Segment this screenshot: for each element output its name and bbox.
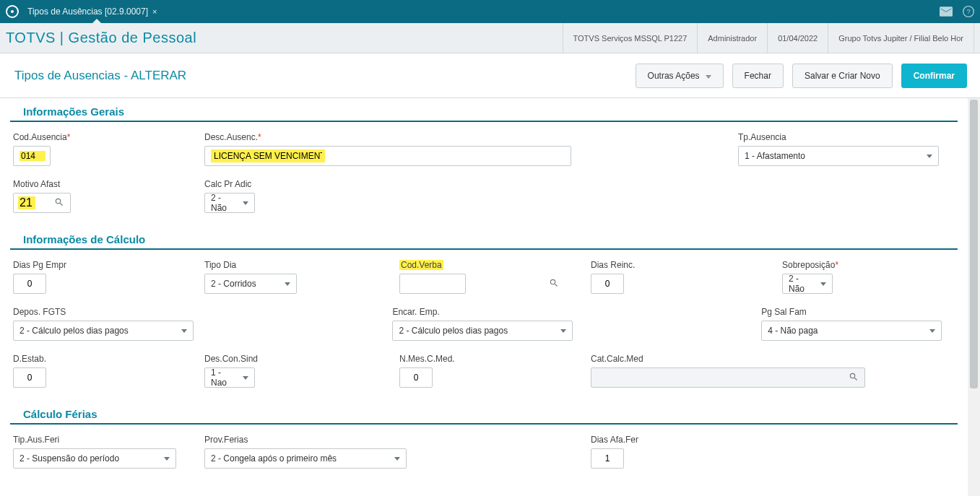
label-tip-aus-feri: Tip.Aus.Feri bbox=[13, 435, 184, 445]
sobreposicao-select[interactable]: 2 - Não bbox=[782, 274, 833, 294]
cod-verba-lookup[interactable] bbox=[399, 274, 466, 294]
brand-title: TOTVS | Gestão de Pessoal bbox=[6, 30, 196, 46]
env-info: TOTVS Serviços MSSQL P1227 bbox=[563, 23, 698, 53]
search-icon[interactable] bbox=[849, 372, 860, 383]
section-title-ferias: Cálculo Férias bbox=[10, 401, 958, 425]
svg-text:?: ? bbox=[966, 8, 970, 15]
label-dias-reinc: Dias Reinc. bbox=[591, 260, 762, 270]
dias-afa-fer-input[interactable] bbox=[591, 448, 624, 469]
label-prov-ferias: Prov.Ferias bbox=[204, 435, 571, 445]
tab-active-indicator-icon bbox=[92, 19, 101, 23]
label-cod-ausencia: Cod.Ausencia* bbox=[13, 132, 184, 142]
label-tp-ausencia: Tp.Ausencia bbox=[738, 132, 935, 142]
label-dias-pg-empr: Dias Pg Empr bbox=[13, 260, 184, 270]
window-titlebar: Tipos de Ausências [02.9.0007] × ? bbox=[0, 0, 980, 23]
title-bar: Tipos de Ausencias - ALTERAR Outras Açõe… bbox=[0, 53, 980, 98]
label-cat-calc-med: Cat.Calc.Med bbox=[591, 354, 935, 364]
encar-emp-select[interactable]: 2 - Cálculo pelos dias pagos bbox=[392, 321, 573, 341]
pg-sal-fam-select[interactable]: 4 - Não paga bbox=[761, 321, 942, 341]
label-calc-pr-adic: Calc Pr Adic bbox=[204, 179, 379, 189]
label-encar-emp: Encar. Emp. bbox=[392, 307, 556, 317]
close-tab-icon[interactable]: × bbox=[152, 7, 157, 16]
cat-calc-med-lookup[interactable] bbox=[591, 367, 865, 388]
label-sobreposicao: Sobreposição* bbox=[782, 260, 838, 270]
label-pg-sal-fam: Pg Sal Fam bbox=[761, 307, 935, 317]
label-desc-ausenc: Desc.Ausenc.* bbox=[204, 132, 718, 142]
tip-aus-feri-select[interactable]: 2 - Suspensão do período bbox=[13, 448, 176, 469]
n-mes-c-med-input[interactable] bbox=[399, 367, 433, 388]
label-tipo-dia: Tipo Dia bbox=[204, 260, 379, 270]
label-motivo-afast: Motivo Afast bbox=[13, 179, 184, 189]
search-icon[interactable] bbox=[54, 197, 66, 209]
vertical-scrollbar[interactable] bbox=[968, 98, 980, 496]
label-d-estab: D.Estab. bbox=[13, 354, 184, 364]
label-depos-fgts: Depos. FGTS bbox=[13, 307, 177, 317]
outras-acoes-button[interactable]: Outras Ações bbox=[636, 64, 724, 88]
search-icon[interactable] bbox=[549, 278, 559, 290]
help-icon[interactable]: ? bbox=[963, 6, 974, 17]
d-estab-input[interactable] bbox=[13, 367, 46, 388]
salvar-criar-novo-button[interactable]: Salvar e Criar Novo bbox=[792, 64, 893, 88]
scrollbar-thumb[interactable] bbox=[970, 100, 978, 388]
prov-ferias-select[interactable]: 2 - Congela após o primeiro mês bbox=[204, 448, 407, 469]
section-title-gerais: Informações Gerais bbox=[10, 98, 958, 122]
label-des-con-sind: Des.Con.Sind bbox=[204, 354, 379, 364]
cod-ausencia-input[interactable] bbox=[13, 146, 51, 166]
dias-reinc-input[interactable] bbox=[591, 274, 624, 294]
label-dias-afa-fer: Dias Afa.Fer bbox=[591, 435, 638, 445]
motivo-afast-lookup[interactable] bbox=[13, 193, 71, 213]
des-con-sind-select[interactable]: 1 - Nao bbox=[204, 367, 255, 388]
calc-pr-adic-select[interactable]: 2 - Não bbox=[204, 193, 255, 213]
depos-fgts-select[interactable]: 2 - Cálculo pelos dias pagos bbox=[13, 321, 194, 341]
header-bar: TOTVS | Gestão de Pessoal TOTVS Serviços… bbox=[0, 23, 980, 53]
user-info: Administrador bbox=[697, 23, 767, 53]
app-logo-icon bbox=[6, 5, 19, 18]
window-tab[interactable]: Tipos de Ausências [02.9.0007] × bbox=[27, 6, 157, 17]
label-n-mes-c-med: N.Mes.C.Med. bbox=[399, 354, 571, 364]
section-title-calculo: Informações de Cálculo bbox=[10, 226, 958, 250]
page-title: Tipos de Ausencias - ALTERAR bbox=[14, 69, 186, 83]
label-cod-verba: Cod.Verba bbox=[399, 260, 571, 270]
fechar-button[interactable]: Fechar bbox=[732, 64, 784, 88]
tp-ausencia-select[interactable]: 1 - Afastamento bbox=[738, 146, 939, 166]
dias-pg-empr-input[interactable] bbox=[13, 274, 46, 294]
tipo-dia-select[interactable]: 2 - Corridos bbox=[204, 274, 297, 294]
form-area: Informações Gerais Cod.Ausencia* Desc.Au… bbox=[0, 98, 968, 496]
group-info: Grupo Totvs Jupiter / Filial Belo Hor bbox=[828, 23, 974, 53]
date-info: 01/04/2022 bbox=[767, 23, 828, 53]
confirmar-button[interactable]: Confirmar bbox=[901, 64, 967, 88]
desc-ausenc-input[interactable] bbox=[204, 146, 571, 166]
tab-title: Tipos de Ausências [02.9.0007] bbox=[27, 6, 148, 17]
mail-icon[interactable] bbox=[940, 6, 953, 17]
